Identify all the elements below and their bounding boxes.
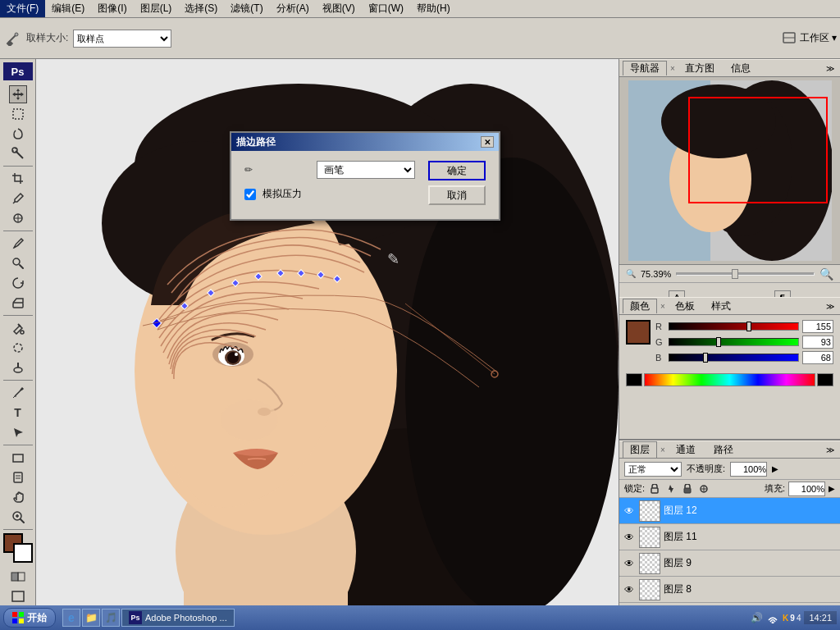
blue-thumb[interactable] — [703, 353, 708, 363]
start-button[interactable]: 开始 — [3, 608, 56, 628]
tab-swatches[interactable]: 色板 — [669, 299, 701, 313]
folder-icon[interactable]: 📁 — [82, 609, 100, 627]
menu-layer[interactable]: 图层(L) — [134, 0, 179, 17]
lock-extra-btn[interactable] — [697, 482, 710, 495]
selection-tool[interactable] — [9, 105, 27, 123]
dialog-close-btn[interactable]: ✕ — [481, 136, 494, 148]
screen-mode-btn[interactable] — [9, 588, 27, 606]
notes-tool[interactable] — [9, 468, 27, 486]
photoshop-taskbar-btn[interactable]: Ps Adobe Photoshop ... — [121, 609, 235, 627]
lock-position-btn[interactable] — [664, 482, 678, 495]
color-tab-x[interactable]: × — [660, 302, 665, 311]
red-slider[interactable] — [669, 322, 799, 331]
green-value-input[interactable] — [802, 336, 833, 349]
layer-eye-9[interactable]: 👁 — [623, 557, 636, 570]
menu-filter[interactable]: 滤镜(T) — [224, 0, 269, 17]
navigator-viewport-box[interactable] — [688, 97, 828, 203]
magic-wand-tool[interactable] — [9, 144, 27, 162]
tab-color[interactable]: 颜色 — [623, 299, 657, 313]
workspace-label[interactable]: 工作区 ▾ — [800, 31, 837, 45]
tab-channels[interactable]: 通道 — [669, 441, 703, 459]
dialog-cancel-btn[interactable]: 取消 — [428, 185, 486, 205]
tab-styles[interactable]: 样式 — [705, 299, 737, 313]
fill-arrow[interactable]: ▶ — [829, 484, 835, 493]
network-tray-icon[interactable] — [766, 611, 779, 624]
dialog-confirm-btn[interactable]: 确定 — [428, 161, 486, 180]
navigator-tab-x[interactable]: × — [670, 64, 675, 73]
green-thumb[interactable] — [716, 337, 721, 347]
menu-analyze[interactable]: 分析(A) — [270, 0, 316, 17]
layer-eye-8[interactable]: 👁 — [623, 583, 636, 596]
background-color[interactable] — [13, 543, 33, 563]
color-picker[interactable] — [3, 533, 33, 563]
history-brush-tool[interactable] — [9, 274, 27, 292]
sample-size-dropdown[interactable]: 取样点 — [73, 30, 171, 48]
blur-tool[interactable] — [9, 339, 27, 357]
brush-tool[interactable] — [9, 235, 27, 253]
color-main-swatch[interactable] — [626, 320, 651, 345]
simulate-pressure-checkbox[interactable] — [244, 189, 256, 200]
lasso-tool[interactable] — [9, 125, 27, 143]
red-value-input[interactable] — [802, 320, 833, 333]
blue-value-input[interactable] — [802, 351, 833, 364]
layer-row-9[interactable]: 👁 图层 9 — [619, 550, 840, 577]
opacity-arrow[interactable]: ▶ — [772, 464, 778, 473]
menu-help[interactable]: 帮助(H) — [410, 0, 457, 17]
rectangle-tool[interactable] — [9, 449, 27, 467]
simulate-pressure-label: 模拟压力 — [262, 187, 302, 201]
opacity-input[interactable] — [730, 462, 767, 477]
blue-slider[interactable] — [669, 354, 799, 362]
layers-options-btn[interactable]: ≫ — [824, 443, 837, 456]
eyedropper-tool-icon[interactable] — [3, 30, 21, 48]
lock-pixels-btn[interactable] — [648, 482, 661, 495]
layer-row-8[interactable]: 👁 图层 8 — [619, 577, 840, 603]
layer-row-11[interactable]: 👁 图层 11 — [619, 524, 840, 550]
layer-row-12[interactable]: 👁 图层 12 — [619, 498, 840, 524]
dodge-tool[interactable] — [9, 358, 27, 377]
navigator-options-btn[interactable]: ≫ — [824, 62, 837, 75]
green-slider[interactable] — [669, 338, 799, 346]
tab-paths[interactable]: 路径 — [706, 441, 741, 459]
fill-input[interactable] — [788, 482, 825, 496]
hand-tool[interactable] — [9, 488, 27, 506]
pen-tool[interactable] — [9, 384, 27, 402]
zoom-slider[interactable] — [676, 272, 815, 276]
menu-image[interactable]: 图像(I) — [91, 0, 133, 17]
tab-layers[interactable]: 图层 — [623, 441, 657, 459]
zoom-tool[interactable] — [9, 508, 27, 526]
black-swatch[interactable] — [626, 373, 642, 386]
paint-bucket-tool[interactable] — [9, 319, 27, 337]
tab-info[interactable]: 信息 — [724, 61, 757, 75]
eyedropper-tool[interactable] — [9, 189, 27, 208]
crop-tool[interactable] — [9, 170, 27, 188]
black-swatch-end[interactable] — [817, 373, 833, 386]
menu-file[interactable]: 文件(F) — [0, 0, 45, 17]
layer-eye-12[interactable]: 👁 — [623, 504, 636, 518]
zoom-thumb[interactable] — [732, 269, 738, 279]
text-tool[interactable]: T — [9, 404, 27, 422]
layers-tab-x[interactable]: × — [660, 445, 665, 454]
eraser-tool[interactable] — [9, 294, 27, 312]
tab-navigator[interactable]: 导航器 — [623, 61, 667, 75]
clone-stamp-tool[interactable] — [9, 254, 27, 272]
navigator-preview — [628, 80, 832, 261]
tab-histogram[interactable]: 直方图 — [678, 61, 721, 75]
volume-tray-icon[interactable]: 🔊 — [750, 611, 763, 624]
color-options-btn[interactable]: ≫ — [824, 299, 837, 313]
quick-mask-btn[interactable] — [9, 568, 27, 586]
red-thumb[interactable] — [746, 322, 751, 331]
tool-dropdown[interactable]: 画笔 — [317, 161, 415, 179]
color-spectrum[interactable] — [644, 373, 815, 386]
menu-select[interactable]: 选择(S) — [178, 0, 224, 17]
move-tool[interactable] — [9, 85, 27, 103]
media-icon[interactable]: 🎵 — [102, 609, 120, 627]
lock-all-btn[interactable] — [681, 482, 694, 495]
ie-icon[interactable]: e — [62, 609, 80, 627]
blend-mode-dropdown[interactable]: 正常 — [624, 462, 682, 477]
menu-view[interactable]: 视图(V) — [316, 0, 362, 17]
path-select-tool[interactable] — [9, 423, 27, 441]
menu-window[interactable]: 窗口(W) — [362, 0, 410, 17]
patch-tool[interactable] — [9, 209, 27, 227]
layer-eye-11[interactable]: 👁 — [623, 531, 636, 544]
menu-edit[interactable]: 编辑(E) — [45, 0, 91, 17]
